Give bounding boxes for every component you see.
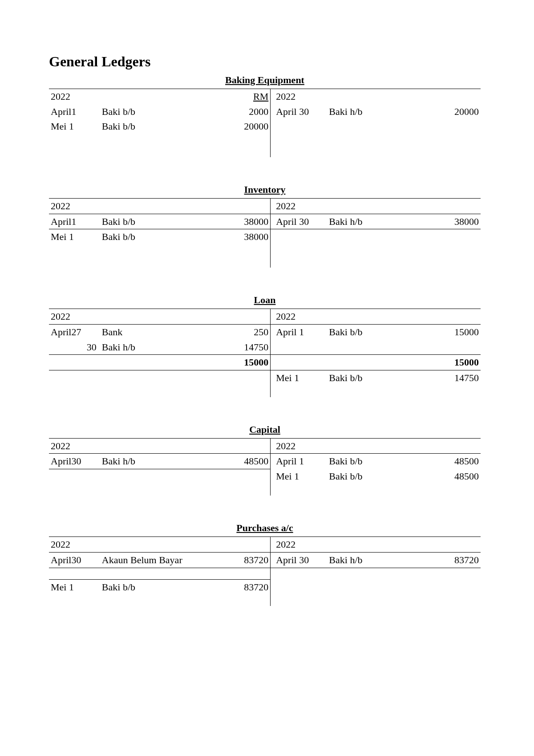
ledger-loan: 2022 2022 April27 Bank 250 April 1 Baki … [49,309,481,397]
entry-date: April 30 [271,214,328,229]
account-title-inventory: Inventory [49,184,481,195]
entry-particulars: Baki b/b [327,370,424,385]
year-label: 2022 [271,537,328,553]
entry-particulars: Baki b/b [100,579,214,594]
entry-date: Mei 1 [271,469,328,484]
page-title: General Ledgers [49,53,481,70]
entry-amount: 14750 [424,370,481,385]
entry-date: 30 [49,340,100,355]
entry-particulars: Baki h/b [327,104,424,119]
entry-date: Mei 1 [49,229,100,244]
entry-particulars: Baki h/b [100,454,214,469]
entry-date: April1 [49,104,100,119]
entry-particulars: Baki h/b [327,214,424,229]
entry-particulars: Akaun Belum Bayar [100,552,214,568]
entry-amount: 20000 [214,119,271,134]
total-debit: 15000 [214,355,271,370]
entry-amount: 38000 [214,229,271,244]
entry-particulars: Baki b/b [327,324,424,339]
entry-amount: 48500 [424,454,481,469]
year-label: 2022 [49,438,100,454]
year-label: 2022 [271,438,328,454]
entry-amount: 38000 [424,214,481,229]
entry-amount: 15000 [424,324,481,339]
entry-amount: 83720 [424,552,481,568]
entry-date: April1 [49,214,100,229]
entry-date: April 1 [271,324,328,339]
entry-particulars: Baki b/b [100,104,214,119]
entry-amount: 14750 [214,340,271,355]
entry-amount: 250 [214,324,271,339]
account-title-baking-equipment: Baking Equipment [49,74,481,86]
entry-particulars: Baki b/b [100,119,214,134]
year-label: 2022 [49,309,100,325]
ledger-purchases: 2022 2022 April30 Akaun Belum Bayar 8372… [49,537,481,606]
entry-particulars: Baki h/b [327,552,424,568]
entry-amount: 48500 [424,469,481,484]
entry-amount: 2000 [214,104,271,119]
entry-date: Mei 1 [49,119,100,134]
entry-date: April 1 [271,454,328,469]
account-title-loan: Loan [49,294,481,306]
entry-date: Mei 1 [271,370,328,385]
currency-header: RM [214,89,271,104]
entry-amount: 83720 [214,579,271,594]
year-label: 2022 [271,199,328,214]
entry-particulars: Baki b/b [327,454,424,469]
total-credit: 15000 [424,355,481,370]
entry-date: April27 [49,324,100,339]
entry-amount: 83720 [214,552,271,568]
document-page: General Ledgers Baking Equipment 2022 RM… [0,0,534,633]
year-label: 2022 [49,199,100,214]
entry-particulars: Baki b/b [100,229,214,244]
ledger-baking-equipment: 2022 RM 2022 April1 Baki b/b 2000 April … [49,89,481,157]
ledger-capital: 2022 2022 April30 Baki h/b 48500 April 1… [49,438,481,496]
account-title-capital: Capital [49,424,481,435]
year-label: 2022 [271,309,328,325]
entry-amount: 48500 [214,454,271,469]
entry-particulars: Baki h/b [100,340,214,355]
account-title-purchases: Purchases a/c [49,522,481,534]
entry-date: April 30 [271,104,328,119]
entry-date: April 30 [271,552,328,568]
entry-particulars: Bank [100,324,214,339]
year-label: 2022 [49,89,100,104]
entry-particulars: Baki b/b [100,214,214,229]
entry-date: April30 [49,454,100,469]
year-label: 2022 [271,89,328,104]
entry-date: Mei 1 [49,579,100,594]
entry-particulars: Baki b/b [327,469,424,484]
entry-amount: 20000 [424,104,481,119]
entry-date: April30 [49,552,100,568]
entry-amount: 38000 [214,214,271,229]
year-label: 2022 [49,537,100,553]
ledger-inventory: 2022 2022 April1 Baki b/b 38000 April 30… [49,198,481,268]
